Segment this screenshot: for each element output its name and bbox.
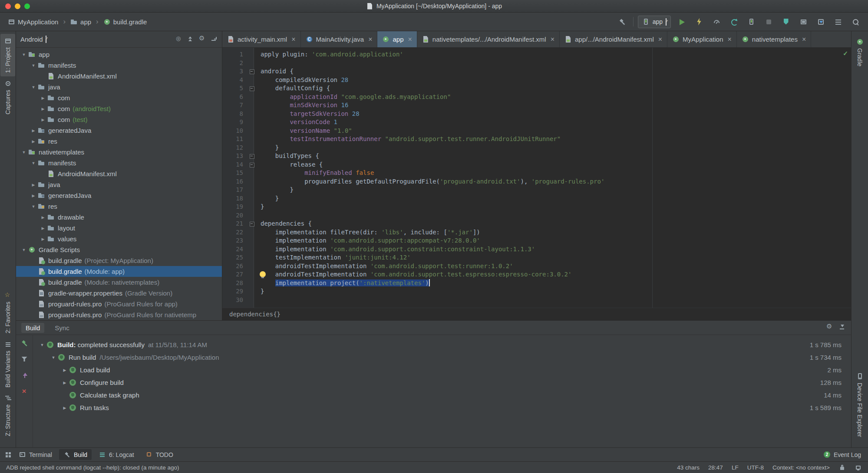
project-tree-row-gradle-wrapper-properties[interactable]: gradle-wrapper.properties (Gradle Versio…	[16, 288, 222, 299]
context-indicator[interactable]: Context: <no context>	[772, 464, 830, 471]
toolwindow-button-2-favorites[interactable]: 2: Favorites	[0, 288, 15, 337]
close-tab-icon[interactable]: ×	[408, 36, 412, 43]
apply-changes-button[interactable]	[693, 16, 706, 28]
minimize-button[interactable]	[838, 323, 846, 332]
project-tree-row-java[interactable]: ▼java	[16, 82, 222, 92]
project-tree-row-androidmanifest-xml[interactable]: AndroidManifest.xml	[16, 168, 222, 179]
tree-expand-icon[interactable]: ▶	[39, 215, 47, 220]
caret-position-indicator[interactable]: 28:47	[708, 464, 723, 471]
toolwindow-switcher-icon[interactable]	[4, 451, 12, 458]
build-output-row-run-build[interactable]: ▼Run build /Users/jweisbaum/Desktop/MyAp…	[33, 351, 851, 364]
fold-marker-icon[interactable]	[247, 220, 257, 228]
project-tree-row-res[interactable]: ▼res	[16, 201, 222, 212]
project-tree-row-java[interactable]: ▶java	[16, 179, 222, 190]
close-tab-icon[interactable]: ×	[368, 36, 372, 43]
project-tree-row-com[interactable]: ▶com	[16, 92, 222, 103]
project-structure-button[interactable]	[832, 16, 845, 28]
sdk-manager-button[interactable]	[814, 16, 827, 28]
project-tree-row-gradle-scripts[interactable]: ▼Gradle Scripts	[16, 244, 222, 255]
encoding-indicator[interactable]: UTF-8	[747, 464, 764, 471]
editor-breadcrumb[interactable]: dependencies{}	[222, 308, 851, 320]
profiler-button[interactable]	[710, 16, 723, 28]
build-output-row-configure-build[interactable]: ▶Configure build128 ms	[33, 376, 851, 389]
tree-expand-icon[interactable]: ▶	[60, 406, 69, 410]
project-tree-row-build-gradle[interactable]: build.gradle (Module: app)	[16, 266, 222, 277]
stop-button[interactable]	[762, 16, 775, 28]
layout-inspector-button[interactable]	[797, 16, 810, 28]
breadcrumb-app[interactable]: app	[69, 17, 93, 26]
editor-tab-app-androidmanifest-xml[interactable]: app/.../AndroidManifest.xml×	[560, 31, 667, 47]
editor-tab-activity-main-xml[interactable]: activity_main.xml×	[222, 31, 301, 47]
inspections-ok-icon[interactable]: ✓	[843, 50, 848, 57]
locate-button[interactable]	[175, 35, 182, 44]
run-play-button[interactable]	[675, 16, 688, 28]
project-tree-row-proguard-rules-pro[interactable]: proguard-rules.pro (ProGuard Rules for n…	[16, 309, 222, 320]
toolwindow-button-build[interactable]: Build	[59, 449, 92, 460]
close-tab-icon[interactable]: ×	[658, 36, 662, 43]
close-tab-icon[interactable]: ×	[802, 36, 806, 43]
rerun-build-button[interactable]	[21, 339, 28, 348]
tree-expand-icon[interactable]: ▶	[29, 183, 38, 187]
tree-expand-icon[interactable]: ▼	[29, 63, 38, 68]
project-view-selector[interactable]: Android	[20, 36, 43, 43]
tree-expand-icon[interactable]: ▶	[29, 139, 38, 144]
line-ending-indicator[interactable]: LF	[732, 464, 739, 471]
close-tab-icon[interactable]: ×	[728, 36, 732, 43]
settings-button[interactable]	[198, 35, 206, 44]
project-tree-row-generatedjava[interactable]: ▶generatedJava	[16, 125, 222, 136]
editor-tab-app[interactable]: app×	[377, 31, 417, 47]
fold-marker-icon[interactable]	[247, 152, 257, 161]
project-tree-row-build-gradle[interactable]: build.gradle (Project: MyApplication)	[16, 255, 222, 266]
tree-expand-icon[interactable]: ▼	[37, 343, 47, 347]
event-log-button[interactable]: 2 Event Log	[824, 451, 864, 458]
project-tree-row-com[interactable]: ▶com (test)	[16, 114, 222, 125]
editor-tab-nativetemplates-androidmanifest-xml[interactable]: nativetemplates/.../AndroidManifest.xml×	[417, 31, 560, 47]
close-button[interactable]	[21, 388, 28, 397]
zoom-window-button[interactable]	[24, 3, 30, 9]
search-button[interactable]	[849, 16, 862, 28]
tree-expand-icon[interactable]: ▼	[20, 150, 28, 154]
close-window-button[interactable]	[5, 3, 11, 9]
tree-expand-icon[interactable]: ▼	[29, 161, 38, 165]
breadcrumb-build-gradle[interactable]: build.gradle	[102, 17, 149, 26]
build-output-row-calculate-task-graph[interactable]: Calculate task graph14 ms	[33, 389, 851, 401]
toolwindow-button-gradle[interactable]: Gradle	[852, 35, 867, 70]
toolwindow-button-z-structure[interactable]: Z: Structure	[0, 391, 15, 440]
lock-icon[interactable]	[838, 464, 846, 471]
project-tree-row-app[interactable]: ▼app	[16, 49, 222, 60]
project-tree-row-generatedjava[interactable]: ▶generatedJava	[16, 190, 222, 201]
toolwindow-button-device-file-explorer[interactable]: Device File Explorer	[852, 369, 867, 440]
tree-expand-icon[interactable]: ▶	[60, 368, 69, 372]
project-tree-row-values[interactable]: ▶values	[16, 233, 222, 244]
collapse-all-button[interactable]	[187, 35, 194, 44]
editor-tab-mainactivity-java[interactable]: MainActivity.java×	[301, 31, 378, 47]
project-tree-row-res[interactable]: ▶res	[16, 136, 222, 147]
toolwindow-button-6-logcat[interactable]: 6: Logcat	[94, 449, 139, 460]
export-button[interactable]	[21, 371, 28, 381]
tree-expand-icon[interactable]: ▼	[49, 355, 58, 360]
close-tab-icon[interactable]: ×	[551, 36, 554, 43]
breadcrumb-myapplication[interactable]: MyApplication	[6, 17, 60, 26]
project-tree-row-build-gradle[interactable]: build.gradle (Module: nativetemplates)	[16, 277, 222, 288]
hide-button[interactable]	[210, 35, 218, 44]
toolwindow-button-1-project[interactable]: 1: Project	[0, 34, 15, 76]
toolwindow-button-todo[interactable]: TODO	[141, 449, 178, 460]
filter-button[interactable]	[21, 355, 28, 365]
tree-expand-icon[interactable]: ▶	[39, 118, 47, 122]
avd-manager-button[interactable]	[745, 16, 758, 28]
editor-tab-myapplication[interactable]: MyApplication×	[667, 31, 737, 47]
build-output-row-run-tasks[interactable]: ▶Run tasks1 s 589 ms	[33, 401, 851, 414]
fold-marker-icon[interactable]	[247, 161, 257, 169]
tree-expand-icon[interactable]: ▼	[29, 204, 38, 209]
build-panel-tab-build[interactable]: Build	[21, 323, 44, 333]
project-tree-row-com[interactable]: ▶com (androidTest)	[16, 103, 222, 114]
intention-bulb-icon[interactable]	[260, 271, 266, 277]
build-hammer-button[interactable]	[616, 16, 629, 28]
build-panel-tab-sync[interactable]: Sync	[50, 323, 73, 333]
settings-button[interactable]	[826, 323, 833, 332]
minimize-window-button[interactable]	[15, 3, 20, 9]
tree-expand-icon[interactable]: ▶	[60, 381, 69, 385]
project-tree-row-nativetemplates[interactable]: ▼nativetemplates	[16, 147, 222, 158]
highlighting-level-icon[interactable]	[855, 464, 862, 471]
build-output-row-build[interactable]: ▼Build: completed successfully at 11/5/1…	[33, 338, 851, 351]
